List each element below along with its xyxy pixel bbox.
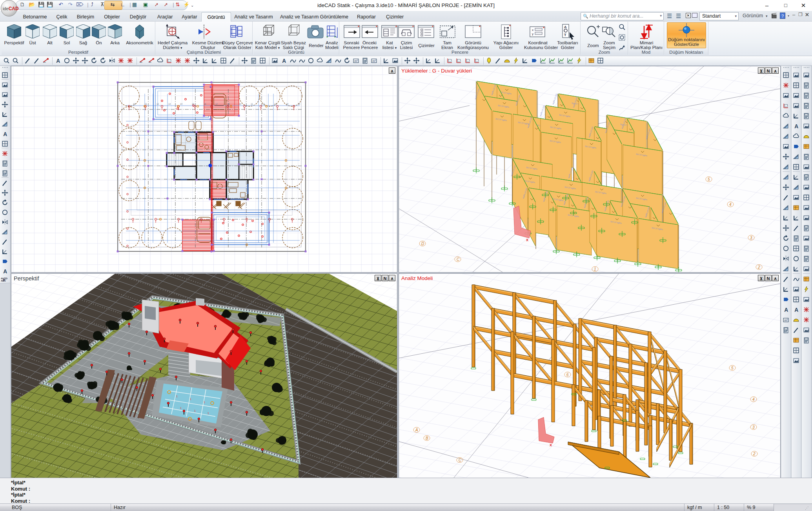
svg-text:A: A xyxy=(794,123,798,129)
svg-text:12: 12 xyxy=(157,103,159,105)
svg-text:1: 1 xyxy=(208,412,209,415)
svg-text:A: A xyxy=(3,131,7,137)
svg-text:x: x xyxy=(532,28,533,32)
svg-text:4: 4 xyxy=(729,202,732,207)
svg-text:C: C xyxy=(457,257,460,262)
svg-text:1: 1 xyxy=(176,395,178,398)
svg-text:1: 1 xyxy=(194,409,196,412)
svg-text:A: A xyxy=(784,307,788,313)
svg-text:11: 11 xyxy=(251,103,253,105)
svg-text:17: 17 xyxy=(215,103,218,105)
svg-text:x: x xyxy=(526,237,529,242)
svg-text:T: T xyxy=(564,33,566,37)
svg-text:4: 4 xyxy=(752,397,755,402)
svg-text:D: D xyxy=(421,242,424,246)
svg-text:13: 13 xyxy=(168,103,171,105)
svg-text:12: 12 xyxy=(262,103,265,105)
svg-text:1: 1 xyxy=(204,401,205,404)
svg-text:2: 2 xyxy=(753,452,756,456)
svg-text:A: A xyxy=(3,268,7,275)
svg-text:6: 6 xyxy=(566,373,569,377)
svg-text:m²: m² xyxy=(354,59,358,63)
svg-text:A: A xyxy=(794,307,798,313)
svg-text:5: 5 xyxy=(731,366,734,370)
svg-text:3: 3 xyxy=(752,425,755,429)
svg-text:1: 1 xyxy=(180,407,182,409)
svg-text:16: 16 xyxy=(204,103,206,105)
svg-text:14: 14 xyxy=(286,103,288,105)
svg-text:A: A xyxy=(282,58,286,64)
svg-text:10: 10 xyxy=(239,103,241,105)
svg-text:15: 15 xyxy=(298,103,300,105)
svg-text:11: 11 xyxy=(145,103,147,105)
svg-text:x: x xyxy=(550,442,552,447)
svg-text:18: 18 xyxy=(227,103,229,105)
svg-text:A: A xyxy=(415,428,418,432)
svg-text:A: A xyxy=(564,25,567,29)
svg-text:1: 1 xyxy=(190,398,191,400)
svg-text:B: B xyxy=(426,436,428,440)
svg-text:2: 2 xyxy=(757,265,760,269)
svg-text:10: 10 xyxy=(133,103,135,105)
svg-text:y: y xyxy=(532,32,533,36)
svg-text:15: 15 xyxy=(192,103,194,105)
svg-text:C: C xyxy=(459,458,462,462)
svg-text:5: 5 xyxy=(708,177,710,182)
svg-text:A: A xyxy=(56,58,60,64)
svg-text:m²: m² xyxy=(784,318,788,322)
svg-text:m²: m² xyxy=(372,59,376,63)
svg-text:3: 3 xyxy=(750,236,752,240)
svg-text:1: 1 xyxy=(594,267,596,271)
svg-text:14: 14 xyxy=(180,103,182,105)
svg-text:13: 13 xyxy=(274,103,277,105)
